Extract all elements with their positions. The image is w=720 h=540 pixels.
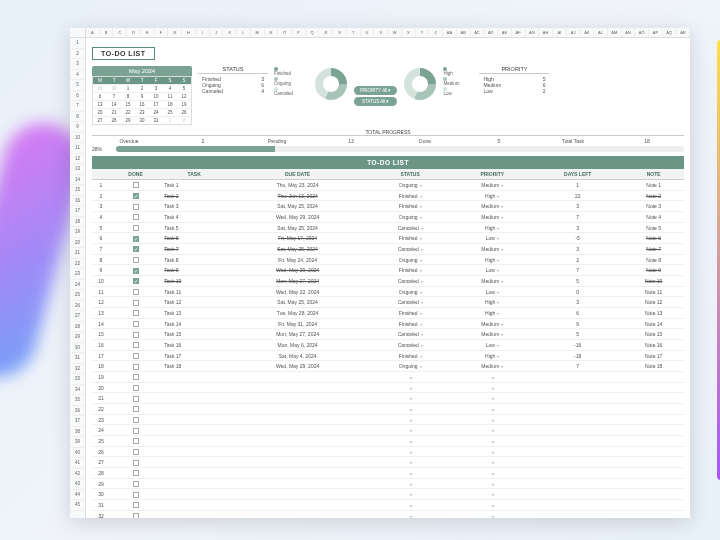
done-checkbox[interactable] [133,321,139,327]
done-checkbox[interactable] [133,342,139,348]
done-checkbox[interactable] [133,332,139,338]
status-donut-chart [315,68,347,100]
done-checkbox[interactable] [133,513,139,518]
status-legend: Finished Ongoing Canceled [274,66,308,125]
calendar[interactable]: May 2024 MTWTFSS293012345678910111213141… [92,66,192,125]
progress-bar [116,146,684,152]
done-checkbox[interactable] [133,289,139,295]
done-checkbox[interactable] [133,204,139,210]
done-checkbox[interactable] [133,353,139,359]
table-row[interactable]: 18Task 18Wed, May 29, 2024Ongoing▾Medium… [92,361,684,372]
done-checkbox[interactable] [133,310,139,316]
priority-donut-chart [404,68,436,100]
page-title: TO-DO LIST [92,47,155,60]
done-checkbox[interactable] [133,481,139,487]
done-checkbox[interactable] [133,396,139,402]
done-checkbox[interactable] [133,182,139,188]
done-checkbox[interactable] [133,236,139,242]
table-row[interactable]: 6Task 6Fri, May 17, 2024Finished▾Low▾-5N… [92,233,684,244]
done-checkbox[interactable] [133,449,139,455]
done-checkbox[interactable] [133,193,139,199]
table-row[interactable]: 12Task 12Sat, May 25, 2024Canceled▾High▾… [92,297,684,308]
status-filter[interactable]: STATUS All ▾ [354,97,397,106]
done-checkbox[interactable] [133,428,139,434]
table-row[interactable]: 7Task 7Sat, May 25, 2024Canceled▾Medium▾… [92,244,684,255]
table-row[interactable]: 14Task 14Fri, May 31, 2024Finished▾Mediu… [92,318,684,329]
done-checkbox[interactable] [133,300,139,306]
dashboard: May 2024 MTWTFSS293012345678910111213141… [92,66,684,125]
done-checkbox[interactable] [133,492,139,498]
done-checkbox[interactable] [133,278,139,284]
done-checkbox[interactable] [133,364,139,370]
table-row[interactable]: 15Task 15Mon, May 27, 2024Canceled▾Mediu… [92,329,684,340]
table-row[interactable]: 4Task 4Wed, May 29, 2024Ongoing▾Medium▾7… [92,212,684,223]
table-row[interactable]: 13Task 13Tue, May 28, 2024Finished▾High▾… [92,308,684,319]
progress-section: TOTAL PROGRESS Overdue2 Pending13 Done5 … [92,129,684,152]
done-checkbox[interactable] [133,406,139,412]
done-checkbox[interactable] [133,385,139,391]
table-row[interactable]: 9Task 9Wed, May 29, 2024Finished▾Low▾7No… [92,265,684,276]
table-row[interactable]: 2Task 2Thu, Jun 13, 2024Finished▾High▾22… [92,190,684,201]
table-row[interactable]: 11Task 11Wed, May 22, 2024Ongoing▾Low▾0N… [92,286,684,297]
done-checkbox[interactable] [133,225,139,231]
status-summary: STATUS Finished3Ongoing6Canceled4 [198,66,268,125]
spreadsheet-window: ABCDEFGHIJKLMNOPQRSTUVWXYZAAABACADAEAFAG… [70,28,690,518]
task-table[interactable]: DONETASKDUE DATESTATUSPRIORITYDAYS LEFTN… [92,169,684,518]
done-checkbox[interactable] [133,417,139,423]
filter-controls: PRIORITY All ▾ STATUS All ▾ [354,66,397,125]
priority-filter[interactable]: PRIORITY All ▾ [354,86,397,95]
done-checkbox[interactable] [133,502,139,508]
column-headers: ABCDEFGHIJKLMNOPQRSTUVWXYZAAABACADAEAFAG… [70,28,690,38]
done-checkbox[interactable] [133,268,139,274]
calendar-month: May 2024 [92,66,192,76]
table-row[interactable]: 17Task 17Sat, May 4, 2024Finished▾High▾-… [92,350,684,361]
done-checkbox[interactable] [133,257,139,263]
done-checkbox[interactable] [133,246,139,252]
priority-summary: PRIORITY High5Medium6Low2 [479,66,549,125]
priority-legend: High Medium Low [443,66,473,125]
table-row[interactable]: 1Task 1Thu, May 23, 2024Ongoing▾Medium▾1… [92,180,684,191]
table-row[interactable]: 5Task 5Sat, May 25, 2024Canceled▾High▾3N… [92,222,684,233]
done-checkbox[interactable] [133,460,139,466]
done-checkbox[interactable] [133,374,139,380]
done-checkbox[interactable] [133,470,139,476]
done-checkbox[interactable] [133,214,139,220]
table-row[interactable]: 10Task 10Mon, May 27, 2024Canceled▾Mediu… [92,276,684,287]
done-checkbox[interactable] [133,438,139,444]
table-row[interactable]: 8Task 8Fri, May 24, 2024Ongoing▾High▾2No… [92,254,684,265]
row-numbers: 1234567891011121314151617181920212223242… [70,38,86,518]
table-row[interactable]: 16Task 16Mon, May 6, 2024Canceled▾Low▾-1… [92,340,684,351]
table-row[interactable]: 3Task 3Sat, May 25, 2024Finished▾Medium▾… [92,201,684,212]
table-title: TO-DO LIST [92,156,684,169]
